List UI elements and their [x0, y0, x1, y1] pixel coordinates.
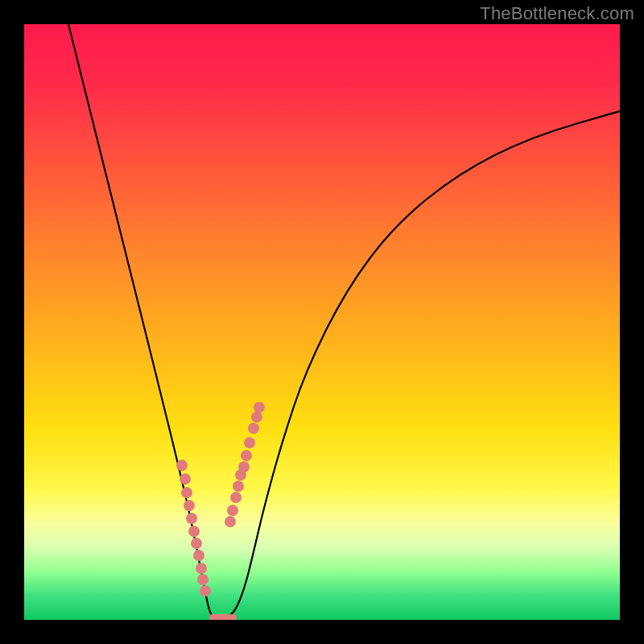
highlight-dot — [235, 469, 246, 481]
highlight-dot — [244, 437, 255, 448]
highlight-dot — [251, 411, 262, 423]
highlight-dot — [176, 460, 188, 471]
chart-frame: TheBottleneck.com — [0, 0, 644, 644]
highlight-dot — [248, 423, 259, 434]
curve-layer — [24, 24, 620, 620]
highlight-dot — [181, 487, 192, 498]
highlight-dot — [188, 526, 200, 537]
highlight-dot — [227, 505, 238, 516]
highlight-dot — [186, 513, 197, 524]
highlight-dot — [233, 481, 244, 492]
highlight-dot — [225, 516, 236, 527]
highlight-dot — [241, 450, 252, 461]
highlight-dot — [230, 492, 242, 503]
highlight-dot — [191, 538, 202, 549]
highlight-dot — [197, 574, 208, 585]
highlight-dot — [200, 585, 211, 597]
plot-area — [24, 24, 620, 620]
highlight-floor-bar — [209, 614, 237, 620]
highlighted-points — [176, 402, 265, 620]
bottleneck-curve-path — [68, 24, 620, 618]
highlight-dot — [193, 550, 204, 561]
highlight-dot — [196, 563, 207, 574]
highlight-dot — [254, 402, 265, 413]
highlight-dot — [180, 473, 191, 485]
watermark-text: TheBottleneck.com — [480, 3, 634, 24]
bottleneck-curve — [68, 24, 620, 618]
highlight-dot — [184, 500, 195, 511]
